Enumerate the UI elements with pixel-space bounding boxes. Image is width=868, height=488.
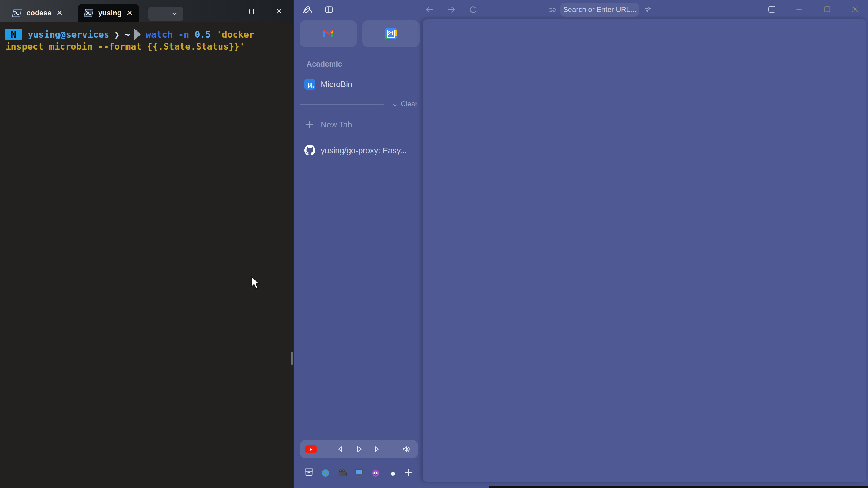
tab-dropdown-button[interactable] (166, 7, 183, 21)
reload-button[interactable] (469, 5, 478, 15)
microbin-favicon: μ (304, 79, 315, 90)
tab-close-icon[interactable]: ✕ (126, 9, 133, 17)
url-placeholder: Search or Enter URL... (563, 5, 637, 14)
new-tab-button[interactable] (148, 7, 166, 21)
archive-button[interactable] (304, 467, 314, 478)
prompt-chevron: ❯ (114, 29, 120, 40)
background-window-edge (489, 486, 868, 488)
volume-button[interactable] (402, 445, 411, 455)
workspace-globe-button[interactable] (321, 469, 330, 478)
powershell-icon (12, 9, 22, 17)
terminal-new-tab-group (148, 7, 183, 21)
zen-logo-icon[interactable] (302, 4, 313, 16)
terminal-minimize-button[interactable] (211, 0, 238, 22)
maximize-icon (248, 7, 255, 15)
sidebar-tab-go-proxy[interactable]: yusing/go-proxy: Easy... (300, 142, 417, 159)
minimize-icon (221, 7, 228, 15)
sidebar-tab-microbin[interactable]: μ MicroBin (300, 76, 417, 93)
terminal-tab-yusing[interactable]: yusing ✕ (78, 4, 139, 22)
volume-icon (402, 445, 411, 453)
close-icon (276, 7, 283, 15)
toolbar-settings-icon[interactable] (644, 5, 652, 15)
terminal-tab-codese[interactable]: codese ✕ (6, 4, 69, 22)
desktop-icon (354, 469, 364, 477)
window-resize-handle[interactable] (291, 352, 293, 365)
play-icon (355, 445, 363, 453)
play-button[interactable] (355, 445, 363, 455)
terminal-prompt-line: N yusing@services ❯ ~ watch -n 0.5 'dock… (5, 28, 254, 41)
next-track-icon (373, 445, 381, 453)
tab-title: codese (27, 9, 52, 17)
browser-minimize-button[interactable] (795, 5, 803, 14)
globe-icon (321, 469, 330, 477)
workspace-video-button[interactable] (338, 469, 347, 478)
plus-icon (404, 468, 413, 477)
terminal-command-line2: inspect microbin --format {{.State.Statu… (5, 40, 245, 53)
media-player (300, 440, 418, 458)
command-flag: -n (178, 29, 189, 40)
gmail-icon (322, 29, 335, 38)
movie-camera-icon (338, 469, 347, 477)
arrow-down-icon (392, 101, 398, 107)
split-view-button[interactable] (768, 5, 776, 15)
browser-window: Search or Enter URL... (293, 0, 868, 488)
next-track-button[interactable] (373, 445, 381, 455)
powerline-arrow-icon (134, 28, 141, 40)
mouse-cursor (250, 276, 263, 290)
devil-icon (371, 469, 380, 477)
tab-title: MicroBin (321, 80, 352, 89)
previous-track-button[interactable] (336, 445, 344, 455)
essential-tab-calendar[interactable]: 21 (362, 21, 420, 47)
previous-track-icon (336, 445, 344, 453)
tab-close-icon[interactable]: ✕ (56, 9, 63, 17)
terminal-window: codese ✕ yusing ✕ (0, 0, 293, 488)
browser-maximize-button[interactable] (824, 5, 831, 14)
clear-label: Clear (401, 100, 417, 108)
sidebar-divider (300, 104, 384, 105)
youtube-icon[interactable] (305, 445, 317, 453)
prompt-user-host: yusing@services (28, 29, 110, 40)
powershell-icon (84, 9, 93, 17)
command-arg-start: 'docker (216, 29, 254, 40)
sidebar-toggle-button[interactable] (324, 5, 334, 15)
terminal-maximize-button[interactable] (238, 0, 265, 22)
chevron-down-icon (172, 11, 178, 17)
sidebar-new-tab-button[interactable]: New Tab (300, 117, 417, 133)
archive-icon (304, 467, 314, 477)
link-icon[interactable] (548, 5, 557, 16)
clear-tabs-button[interactable]: Clear (392, 100, 417, 108)
tab-title: yusing (98, 9, 121, 17)
forward-button[interactable] (447, 5, 456, 15)
back-button[interactable] (425, 5, 434, 15)
command-keyword: watch (146, 29, 173, 40)
plus-icon (153, 10, 161, 18)
url-bar[interactable]: Search or Enter URL... (560, 3, 639, 17)
calendar-day-label: 21 (385, 30, 397, 37)
shell-badge: N (5, 29, 22, 40)
workspace-label: Academic (307, 60, 342, 68)
command-value: 0.5 (195, 29, 211, 40)
prompt-cwd: ~ (124, 29, 130, 40)
new-tab-label: New Tab (321, 120, 352, 130)
google-calendar-icon: 21 (385, 28, 397, 39)
terminal-close-button[interactable] (266, 0, 293, 22)
workspace-devil-button[interactable] (371, 469, 380, 478)
active-workspace-dot-icon[interactable] (391, 472, 395, 476)
tab-title: yusing/go-proxy: Easy... (321, 146, 407, 156)
essential-tab-gmail[interactable] (300, 21, 357, 47)
web-content-area[interactable] (423, 19, 866, 482)
browser-close-button[interactable] (851, 5, 859, 14)
plus-icon (305, 120, 314, 129)
terminal-tab-bar: codese ✕ yusing ✕ (0, 0, 293, 22)
workspace-desktop-button[interactable] (354, 469, 364, 478)
github-icon (304, 145, 315, 156)
add-workspace-button[interactable] (404, 468, 413, 478)
